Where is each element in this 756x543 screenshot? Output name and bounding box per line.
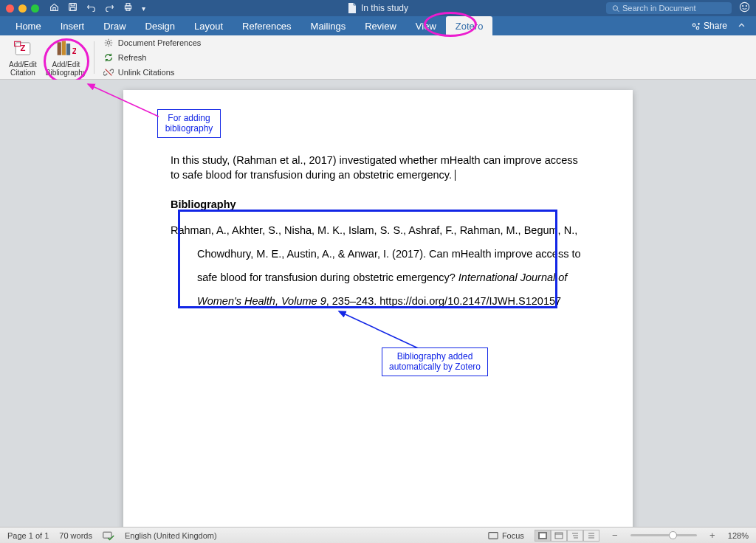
document-icon <box>348 3 357 13</box>
zoom-level[interactable]: 128% <box>728 531 749 540</box>
add-edit-citation-button[interactable]: Z Add/EditCitation <box>4 37 41 77</box>
svg-point-6 <box>613 5 617 10</box>
svg-point-10 <box>693 24 695 27</box>
share-button[interactable]: Share <box>691 21 727 31</box>
svg-rect-22 <box>103 532 111 538</box>
document-title: In this study <box>348 3 408 13</box>
document-page[interactable]: In this study, (Rahman et al., 2017) inv… <box>123 90 633 527</box>
ribbon-tabs: Home Insert Draw Design Layout Reference… <box>0 16 756 35</box>
word-count[interactable]: 70 words <box>59 531 92 540</box>
tab-insert[interactable]: Insert <box>51 16 94 35</box>
bibliography-heading[interactable]: Bibliography <box>171 198 585 210</box>
window-controls <box>6 4 39 13</box>
gear-icon <box>103 38 114 48</box>
share-icon <box>691 21 701 31</box>
tab-layout[interactable]: Layout <box>185 16 233 35</box>
svg-rect-25 <box>540 533 546 538</box>
bibliography-icon: Z <box>55 38 76 59</box>
document-title-text: In this study <box>361 3 408 13</box>
zoom-slider[interactable] <box>630 534 697 536</box>
view-mode-buttons <box>535 530 599 542</box>
print-icon[interactable] <box>123 2 133 14</box>
smiley-feedback-icon[interactable] <box>739 1 750 15</box>
annotation-label-for-adding: For addingbibliography <box>157 109 221 138</box>
customize-qat-icon[interactable]: ▾ <box>142 4 145 13</box>
citation-icon: Z <box>13 38 33 59</box>
refresh-icon <box>103 52 114 63</box>
tab-draw[interactable]: Draw <box>94 16 135 35</box>
svg-rect-17 <box>66 44 70 55</box>
zoom-window[interactable] <box>31 4 39 13</box>
zoom-out[interactable]: − <box>610 530 620 541</box>
outline-view[interactable] <box>567 530 583 542</box>
body-paragraph[interactable]: In this study, (Rahman et al., 2017) inv… <box>171 153 585 182</box>
draft-view[interactable] <box>583 530 599 542</box>
focus-mode[interactable]: Focus <box>488 531 524 540</box>
tab-review[interactable]: Review <box>355 16 406 35</box>
refresh-button[interactable]: Refresh <box>100 52 205 63</box>
ribbon-divider <box>94 41 94 74</box>
svg-rect-5 <box>126 8 130 10</box>
undo-icon[interactable] <box>86 2 96 14</box>
unlink-icon <box>103 67 114 77</box>
collapse-ribbon-icon[interactable] <box>738 21 746 32</box>
titlebar: ▾ In this study <box>0 0 756 16</box>
svg-point-19 <box>107 41 110 44</box>
tab-view[interactable]: View <box>406 16 446 35</box>
svg-rect-1 <box>71 4 75 6</box>
svg-rect-15 <box>58 42 61 55</box>
tab-design[interactable]: Design <box>136 16 185 35</box>
svg-rect-23 <box>489 532 498 539</box>
svg-rect-4 <box>126 4 130 6</box>
web-layout-view[interactable] <box>551 530 567 542</box>
tab-zotero[interactable]: Zotero <box>446 16 493 35</box>
svg-text:Z: Z <box>20 44 25 52</box>
search-in-document[interactable] <box>606 2 732 14</box>
quick-access-toolbar: ▾ <box>49 2 145 14</box>
bibliography-entry[interactable]: Rahman, A., Akhter, S., Nisha, M. K., Is… <box>171 219 585 314</box>
svg-rect-26 <box>555 533 563 539</box>
text-cursor <box>455 170 456 181</box>
language-indicator[interactable]: English (United Kingdom) <box>125 531 217 540</box>
search-icon <box>612 4 619 13</box>
redo-icon[interactable] <box>105 2 114 14</box>
ribbon-toolbar: Z Add/EditCitation Z Add/EditBibliograph… <box>0 35 756 80</box>
document-preferences-button[interactable]: Document Preferences <box>100 37 205 49</box>
save-icon[interactable] <box>68 2 78 14</box>
unlink-citations-button[interactable]: Unlink Citations <box>100 66 205 78</box>
zoom-thumb[interactable] <box>669 531 677 539</box>
annotation-label-bib-added: Bibliography addedautomatically by Zoter… <box>382 347 488 376</box>
ribbon-small-actions: Document Preferences Refresh Unlink Cita… <box>97 37 205 78</box>
tab-home[interactable]: Home <box>6 16 51 35</box>
search-input[interactable] <box>622 4 726 13</box>
svg-point-9 <box>746 6 746 7</box>
status-bar: Page 1 of 1 70 words English (United Kin… <box>0 527 756 543</box>
page-indicator[interactable]: Page 1 of 1 <box>7 531 49 540</box>
minimize-window[interactable] <box>18 4 27 13</box>
home-icon[interactable] <box>49 2 59 14</box>
svg-point-7 <box>740 2 749 11</box>
tab-mailings[interactable]: Mailings <box>301 16 356 35</box>
document-workspace: In this study, (Rahman et al., 2017) inv… <box>0 80 756 527</box>
svg-rect-2 <box>70 7 75 10</box>
svg-point-11 <box>696 27 699 30</box>
print-layout-view[interactable] <box>535 530 551 542</box>
svg-text:Z: Z <box>72 46 76 55</box>
zoom-in[interactable]: + <box>707 530 718 541</box>
add-edit-bibliography-button[interactable]: Z Add/EditBibliography <box>41 37 91 77</box>
svg-point-8 <box>743 6 743 7</box>
tab-references[interactable]: References <box>233 16 300 35</box>
spellcheck-icon[interactable] <box>103 530 114 541</box>
focus-icon <box>488 531 498 540</box>
svg-rect-16 <box>62 41 66 55</box>
close-window[interactable] <box>6 4 14 13</box>
